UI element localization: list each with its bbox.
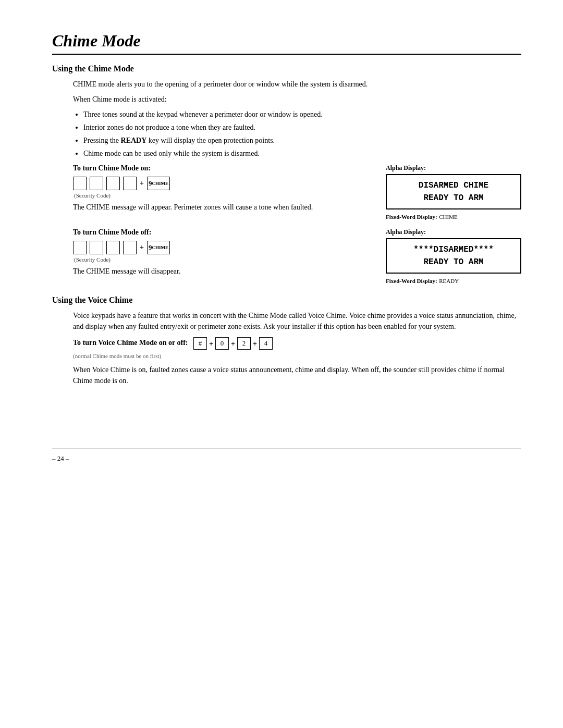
turn-on-keypad-row: + 9 CHIME <box>73 177 365 190</box>
display-off-line1: ****DISARMED**** <box>393 243 514 256</box>
key1 <box>73 177 87 190</box>
alpha-display-label-on: Alpha Display: <box>386 164 521 172</box>
display-on-line2: READY TO ARM <box>393 192 514 204</box>
key2 <box>90 177 103 190</box>
chime-label-on: CHIME <box>152 181 168 186</box>
bullet-3: Pressing the READY key will display the … <box>83 135 521 146</box>
security-code-off: (Security Code) <box>74 256 365 263</box>
section2-heading: Using the Voice Chime <box>52 295 521 305</box>
turn-on-heading: To turn Chime Mode on: <box>73 164 365 172</box>
key9-off: 9 CHIME <box>147 241 170 254</box>
fixed-word-label-off: Fixed-Word Display: <box>386 278 437 284</box>
two-key: 2 <box>237 337 251 350</box>
fixed-word-on: Fixed-Word Display: CHIME <box>386 213 521 221</box>
section1: Using the Chime Mode CHIME mode alerts y… <box>52 64 521 285</box>
section1-heading: Using the Chime Mode <box>52 64 521 73</box>
turn-off-heading: To turn Chime Mode off: <box>73 228 365 237</box>
fixed-word-value-off2: READY <box>439 278 459 284</box>
turn-on-right: Alpha Display: DISARMED CHIME READY TO A… <box>386 164 521 221</box>
turn-off-keypad-row: + 9 CHIME <box>73 241 365 254</box>
alpha-display-label-off: Alpha Display: <box>386 228 521 236</box>
display-off-line2: READY TO ARM <box>393 256 514 268</box>
key3 <box>106 177 120 190</box>
fixed-word-value-on2: CHIME <box>439 214 457 220</box>
bullet-list: Three tones sound at the keypad whenever… <box>83 109 521 159</box>
voice-plus3: + <box>253 338 257 349</box>
section2-description: When Voice Chime is on, faulted zones ca… <box>73 364 521 386</box>
off-key2 <box>90 241 103 254</box>
turn-on-left: To turn Chime Mode on: + 9 CHIME (Securi… <box>73 164 365 217</box>
fixed-word-label-on: Fixed-Word Display: <box>386 214 437 220</box>
turn-off-left: To turn Chime Mode off: + 9 CHIME (Secur… <box>73 228 365 281</box>
off-key3 <box>106 241 120 254</box>
bullet-4: Chime mode can be used only while the sy… <box>83 148 521 159</box>
chime-label-off: CHIME <box>152 245 168 250</box>
turn-off-section: To turn Chime Mode off: + 9 CHIME (Secur… <box>73 228 521 285</box>
plus2: + <box>140 243 144 252</box>
voice-plus1: + <box>209 338 213 349</box>
bullet-2: Interior zones do not produce a tone whe… <box>83 122 521 133</box>
zero-key: 0 <box>215 337 229 350</box>
voice-chime-heading-strong: To turn Voice Chime Mode on or off: <box>73 339 188 347</box>
bottom-rule <box>52 449 521 449</box>
fixed-word-off: Fixed-Word Display: READY <box>386 277 521 285</box>
section2-intro: Voice keypads have a feature that works … <box>73 310 521 332</box>
section2: Using the Voice Chime Voice keypads have… <box>52 295 521 386</box>
page-title: Chime Mode <box>52 31 521 51</box>
display-on-line1: DISARMED CHIME <box>393 179 514 192</box>
off-key4 <box>123 241 137 254</box>
turn-off-right: Alpha Display: ****DISARMED**** READY TO… <box>386 228 521 285</box>
voice-key-row-inline: # + 0 + 2 + 4 <box>193 337 273 350</box>
turn-on-description: The CHIME message will appear. Perimeter… <box>73 202 365 213</box>
turn-off-description: The CHIME message will disappear. <box>73 266 365 277</box>
off-key1 <box>73 241 87 254</box>
display-box-on: DISARMED CHIME READY TO ARM <box>386 174 521 209</box>
security-code-on: (Security Code) <box>74 192 365 199</box>
title-rule <box>52 54 521 55</box>
turn-on-section: To turn Chime Mode on: + 9 CHIME (Securi… <box>73 164 521 221</box>
when-activated-label: When Chime mode is activated: <box>73 94 521 105</box>
section1-intro: CHIME mode alerts you to the opening of … <box>73 79 521 90</box>
key4 <box>123 177 137 190</box>
display-box-off: ****DISARMED**** READY TO ARM <box>386 238 521 274</box>
four-key: 4 <box>259 337 273 350</box>
plus1: + <box>140 179 144 188</box>
key9-on: 9 CHIME <box>147 177 170 190</box>
hash-key: # <box>193 337 207 350</box>
voice-plus2: + <box>231 338 235 349</box>
page-number: – 24 – <box>52 454 521 463</box>
normal-chime-note: (normal Chime mode must be on first) <box>73 353 521 359</box>
voice-chime-turn-heading: To turn Voice Chime Mode on or off: # + … <box>73 337 521 350</box>
bullet-1: Three tones sound at the keypad whenever… <box>83 109 521 120</box>
